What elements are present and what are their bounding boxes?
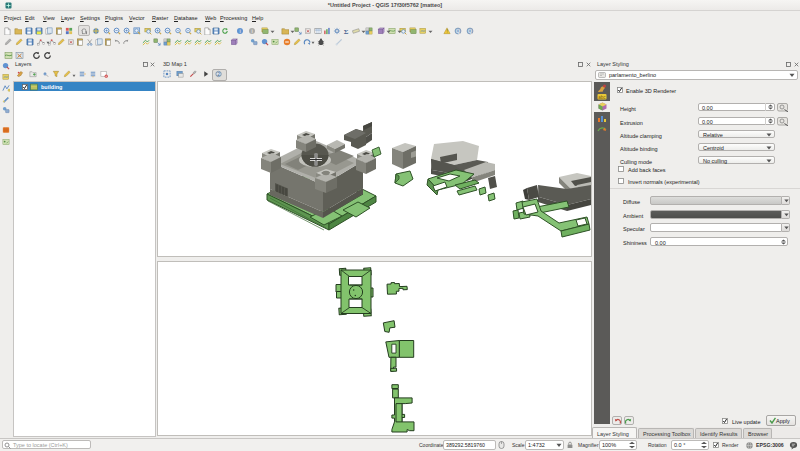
- svg-text:i: i: [239, 27, 240, 33]
- svg-text:abc: abc: [598, 95, 606, 100]
- svg-text:!: !: [446, 29, 447, 34]
- svg-text:2: 2: [217, 72, 220, 77]
- svg-text:i: i: [251, 27, 252, 33]
- svg-text:Σ: Σ: [344, 27, 349, 34]
- svg-text:Q: Q: [456, 28, 460, 34]
- svg-text:Q: Q: [468, 28, 472, 34]
